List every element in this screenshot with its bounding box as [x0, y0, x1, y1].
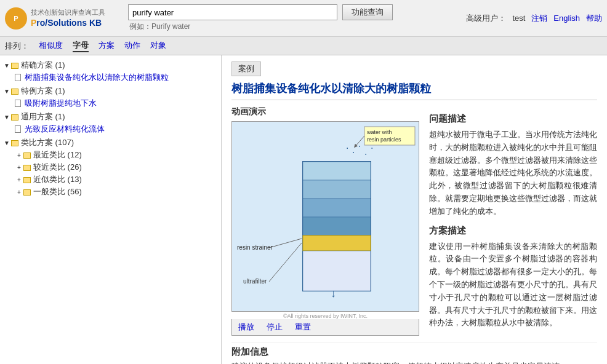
svg-text:ultrafilter: ultrafilter: [243, 278, 267, 285]
header: P 技术创新知识库查询工具 Pro/Solutions KB 功能查询 例如：P…: [0, 0, 607, 37]
username: test: [512, 14, 525, 23]
general-item-1[interactable]: 光致反应材料纯化流体: [25, 124, 105, 135]
search-button[interactable]: 功能查询: [342, 4, 393, 20]
list-item[interactable]: 树脂捕集设备纯化水以清除大的树脂颗粒: [15, 71, 219, 84]
list-item[interactable]: + 近似类比 (13): [15, 173, 219, 186]
user-label: 高级用户：: [466, 13, 506, 24]
folder-icon: [11, 114, 18, 121]
list-item[interactable]: 光致反应材料纯化流体: [15, 123, 219, 135]
english-link[interactable]: English: [553, 14, 580, 23]
animation-area: 动画演示 · · · · ·: [231, 106, 419, 336]
svg-text:·: ·: [352, 147, 355, 157]
tree-section-special: ▼ 特例方案 (1) 吸附树脂提纯地下水: [2, 85, 219, 109]
logout-link[interactable]: 注销: [531, 13, 547, 24]
svg-text:resin strainer: resin strainer: [237, 244, 273, 251]
nearest-label: 最近类比 (12): [33, 149, 82, 160]
approx-label: 近似类比 (13): [33, 174, 82, 185]
collapse-icon[interactable]: ▼: [2, 61, 11, 69]
collapse-icon[interactable]: ▼: [2, 113, 11, 121]
search-example: 例如：Purify water: [128, 22, 466, 32]
main: ▼ 精确方案 (1) 树脂捕集设备纯化水以清除大的树脂颗粒 ▼ 特例方案 (1): [0, 55, 607, 364]
list-item[interactable]: + 一般类比 (56): [15, 186, 219, 198]
doc-icon: [15, 74, 21, 81]
reset-button[interactable]: 重置: [295, 322, 311, 333]
folder-icon: [11, 140, 18, 146]
svg-rect-15: [303, 235, 371, 251]
tab-action[interactable]: 动作: [124, 40, 140, 52]
list-item[interactable]: 吸附树脂提纯地下水: [15, 97, 219, 109]
general-children: 光致反应材料纯化流体: [2, 123, 219, 135]
expand-icon[interactable]: +: [15, 151, 23, 159]
tab-alpha[interactable]: 字母: [73, 40, 89, 52]
folder-icon: [11, 89, 18, 95]
search-area: 功能查询 例如：Purify water: [128, 4, 466, 32]
problem-text: 超纯水被用于微电子工业。当水用传统方法纯化时，大的树脂颗粒进入被纯化的水中并且可…: [429, 129, 597, 218]
svg-rect-12: [303, 180, 371, 199]
precise-item-1[interactable]: 树脂捕集设备纯化水以清除大的树脂颗粒: [25, 72, 169, 83]
folder-icon: [23, 165, 31, 171]
general-similar-label: 一般类比 (56): [33, 186, 82, 197]
search-input[interactable]: [128, 4, 337, 20]
search-row: 功能查询: [128, 4, 466, 20]
copyright: ©All rights reserved by IWINT, Inc.: [231, 313, 419, 319]
animation-title: 动画演示: [231, 106, 419, 117]
tree-node-similar[interactable]: ▼ 类比方案 (107): [2, 136, 219, 149]
svg-rect-13: [303, 199, 371, 217]
svg-text:water with: water with: [366, 129, 392, 135]
tree-section-precise: ▼ 精确方案 (1) 树脂捕集设备纯化水以清除大的树脂颗粒: [2, 59, 219, 84]
text-area: 问题描述 超纯水被用于微电子工业。当水用传统方法纯化时，大的树脂颗粒进入被纯化的…: [429, 106, 597, 336]
tree-node-general[interactable]: ▼ 通用方案 (1): [2, 111, 219, 123]
svg-text:·: ·: [364, 149, 367, 159]
additional-info: 附加信息 建议的设备保护超级过滤器不被大树脂颗粒阻塞，使超纯水得以高速度地生产并…: [231, 342, 597, 364]
logo-line2: Pro/Solutions KB: [31, 17, 105, 28]
diagram-svg: · · · · · water with resin particles: [232, 122, 419, 312]
cases-label: 案例: [231, 61, 261, 76]
special-label: 特例方案 (1): [21, 85, 65, 97]
content-title: 树脂捕集设备纯化水以清除大的树脂颗粒: [231, 81, 597, 100]
collapse-icon[interactable]: ▼: [2, 87, 11, 95]
play-button[interactable]: 播放: [238, 322, 254, 333]
additional-text: 建议的设备保护超级过滤器不被大树脂颗粒阻塞，使超纯水得以高速度地生产并且也容易清…: [231, 360, 597, 364]
logo-prefix: P: [31, 18, 36, 28]
content-area: 案例 树脂捕集设备纯化水以清除大的树脂颗粒 动画演示 · · ·: [222, 55, 607, 364]
folder-icon: [23, 177, 31, 183]
svg-text:↓: ↓: [331, 287, 336, 299]
sidebar: ▼ 精确方案 (1) 树脂捕集设备纯化水以清除大的树脂颗粒 ▼ 特例方案 (1): [0, 55, 222, 364]
expand-icon[interactable]: +: [15, 175, 23, 184]
folder-icon: [23, 189, 31, 196]
tree-node-special[interactable]: ▼ 特例方案 (1): [2, 85, 219, 97]
doc-icon: [15, 100, 21, 107]
toolbar: 排列： 相似度 字母 方案 动作 对象: [0, 37, 607, 55]
tree-node-precise[interactable]: ▼ 精确方案 (1): [2, 59, 219, 71]
expand-icon[interactable]: +: [15, 188, 23, 196]
tree-section-general: ▼ 通用方案 (1) 光致反应材料纯化流体: [2, 111, 219, 135]
near-label: 较近类比 (26): [33, 162, 82, 173]
content-body: 动画演示 · · · · ·: [231, 106, 597, 336]
problem-title: 问题描述: [429, 111, 597, 126]
tab-object[interactable]: 对象: [150, 40, 166, 52]
tab-similarity[interactable]: 相似度: [39, 40, 63, 52]
logo: P 技术创新知识库查询工具 Pro/Solutions KB: [5, 7, 128, 30]
tab-solution[interactable]: 方案: [98, 40, 115, 52]
svg-rect-11: [303, 162, 371, 180]
precise-label: 精确方案 (1): [21, 60, 65, 71]
cases-tab: 案例: [231, 61, 597, 76]
stop-button[interactable]: 停止: [267, 322, 283, 333]
expand-icon[interactable]: +: [15, 163, 23, 172]
svg-rect-14: [303, 217, 371, 235]
svg-text:·: ·: [346, 143, 348, 153]
doc-icon: [15, 125, 21, 133]
collapse-icon[interactable]: ▼: [2, 138, 11, 147]
similar-children: + 最近类比 (12) + 较近类比 (26) + 近似类比 (13) +: [2, 149, 219, 198]
svg-rect-16: [303, 251, 371, 291]
list-item[interactable]: + 较近类比 (26): [15, 161, 219, 173]
folder-icon: [11, 63, 18, 69]
special-item-1[interactable]: 吸附树脂提纯地下水: [25, 98, 97, 109]
animation-box: · · · · · water with resin particles: [231, 121, 419, 312]
special-children: 吸附树脂提纯地下水: [2, 97, 219, 109]
rank-label: 排列：: [5, 41, 29, 52]
list-item[interactable]: + 最近类比 (12): [15, 149, 219, 161]
folder-icon: [23, 152, 31, 159]
help-link[interactable]: 帮助: [586, 13, 602, 24]
logo-text: 技术创新知识库查询工具 Pro/Solutions KB: [31, 8, 105, 28]
